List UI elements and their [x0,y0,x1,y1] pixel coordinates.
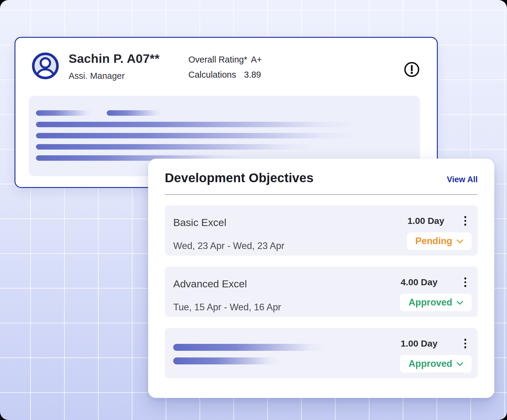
duration-row: 1.00 Day [400,337,472,350]
duration-label: 4.00 Day [401,277,437,287]
objective-info: Advanced Excel Tue, 15 Apr - Wed, 16 Apr [173,267,281,317]
ratings-block: Overall Rating*A+ Calculations3.89 [188,55,262,80]
objectives-title: Development Objectives [165,171,314,185]
calculations-label: Calculations [188,70,236,79]
status-label: Approved [408,297,452,308]
identity-block: Sachin P. A07** Assi. Manager [69,52,160,81]
status-label: Approved [408,358,452,369]
header-divider [165,194,478,195]
objective-dates: Tue, 15 Apr - Wed, 16 Apr [173,302,281,313]
skeleton-bar [107,110,162,116]
objective-meta: 1.00 Day Approved [400,328,472,378]
skeleton-bar [36,133,357,138]
status-dropdown[interactable]: Approved [400,294,472,311]
duration-row: 1.00 Day [407,214,472,228]
objective-item: Advanced Excel Tue, 15 Apr - Wed, 16 Apr… [165,267,478,317]
objective-meta: 1.00 Day Pending [407,205,472,256]
chevron-down-icon [457,239,463,244]
kebab-menu-icon[interactable] [463,276,468,289]
calculations-value: 3.89 [244,70,261,79]
exclamation-circle-icon[interactable] [404,61,420,78]
skeleton-bar [36,110,92,116]
duration-label: 1.00 Day [401,338,437,349]
objective-item: 1.00 Day Approved [165,328,478,378]
objective-item: Basic Excel Wed, 23 Apr - Wed, 23 Apr 1.… [165,205,478,256]
overall-rating-value: A+ [251,55,262,64]
app-canvas: Sachin P. A07** Assi. Manager Overall Ra… [0,0,507,420]
overall-rating-line: Overall Rating*A+ [188,55,262,65]
view-all-link[interactable]: View All [447,175,478,184]
objective-dates: Wed, 23 Apr - Wed, 23 Apr [173,241,284,251]
skeleton-bar [173,357,282,364]
user-avatar-icon [31,51,60,81]
objective-title: Advanced Excel [173,278,281,290]
status-label: Pending [415,236,452,247]
overall-rating-label: Overall Rating* [188,55,247,64]
status-dropdown[interactable]: Approved [400,355,472,373]
chevron-down-icon [457,301,463,305]
calculations-line: Calculations3.89 [188,70,262,80]
skeleton-bar [36,122,357,127]
objective-title: Basic Excel [173,217,284,228]
objective-skeleton [173,328,329,378]
objectives-list: Basic Excel Wed, 23 Apr - Wed, 23 Apr 1.… [165,205,478,378]
development-objectives-card: Development Objectives View All Basic Ex… [148,159,494,398]
duration-label: 1.00 Day [408,216,444,226]
skeleton-bar [36,144,313,150]
person-role: Assi. Manager [69,71,160,81]
status-dropdown[interactable]: Pending [407,232,472,250]
duration-row: 4.00 Day [400,276,472,289]
person-name: Sachin P. A07** [69,52,160,66]
kebab-menu-icon[interactable] [463,337,468,350]
chevron-down-icon [457,362,463,366]
objectives-header: Development Objectives View All [165,159,478,185]
skeleton-bar [173,344,329,351]
objective-info: Basic Excel Wed, 23 Apr - Wed, 23 Apr [173,205,284,256]
objective-meta: 4.00 Day Approved [400,267,472,317]
kebab-menu-icon[interactable] [463,214,468,228]
